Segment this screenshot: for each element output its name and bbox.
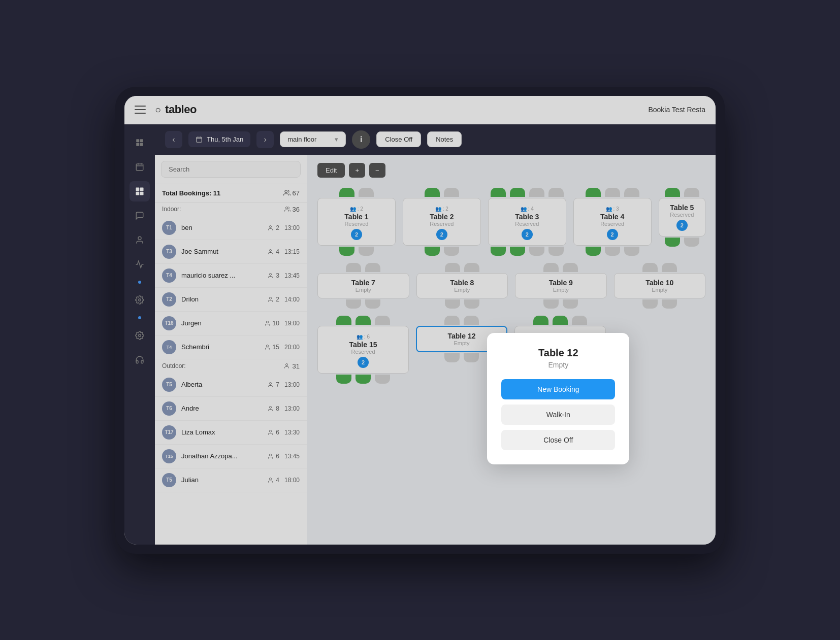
walk-in-button[interactable]: Walk-In [501, 405, 615, 425]
new-booking-button[interactable]: New Booking [501, 379, 615, 399]
close-off-popup-button[interactable]: Close Off [501, 430, 615, 450]
popup-overlay[interactable]: Table 12 Empty New Booking Walk-In Close… [0, 0, 840, 640]
popup-subtitle: Empty [501, 361, 615, 369]
table-action-popup: Table 12 Empty New Booking Walk-In Close… [487, 333, 629, 464]
popup-title: Table 12 [501, 347, 615, 359]
popup-actions: New Booking Walk-In Close Off [501, 379, 615, 450]
